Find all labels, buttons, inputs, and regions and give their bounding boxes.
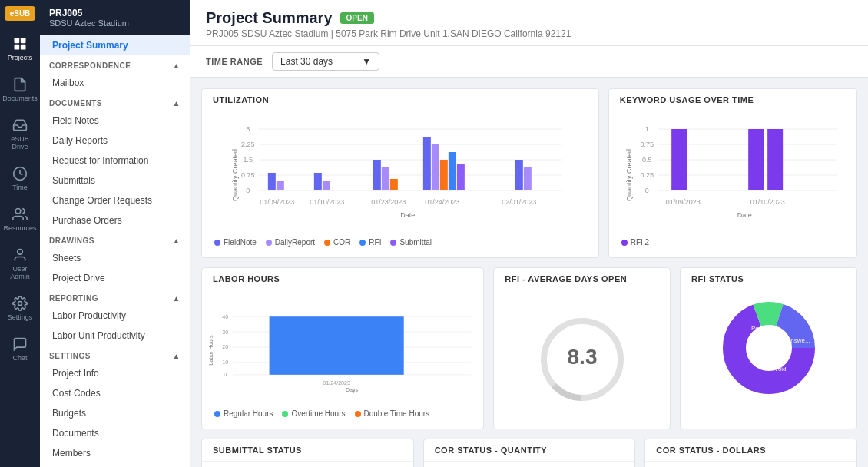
nav-project-summary[interactable]: Project Summary <box>40 35 190 55</box>
svg-rect-1 <box>21 38 26 44</box>
svg-text:10: 10 <box>222 359 228 366</box>
nav-projects-label: Projects <box>8 54 33 61</box>
svg-text:0: 0 <box>246 187 250 194</box>
keyword-usage-card: KEYWORD USAGE OVER TIME Quantity Created… <box>608 88 857 258</box>
keyword-usage-legend: RFI 2 <box>615 235 850 251</box>
nav-project-drive[interactable]: Project Drive <box>40 268 190 288</box>
nav-settings[interactable]: Settings <box>0 290 40 327</box>
legend-cor: COR <box>324 238 350 247</box>
legend-regular-hours-label: Regular Hours <box>224 409 273 418</box>
svg-text:0: 0 <box>224 372 227 378</box>
nav-sheets[interactable]: Sheets <box>40 248 190 268</box>
nav-field-notes[interactable]: Field Notes <box>40 111 190 131</box>
nav-chat[interactable]: Chat <box>0 330 40 368</box>
svg-text:Pendi...: Pendi... <box>751 325 772 332</box>
time-range-select[interactable]: Last 30 days ▼ <box>272 52 379 71</box>
svg-rect-50 <box>671 129 687 190</box>
nav-project-info[interactable]: Project Info <box>40 363 190 383</box>
project-header: PRJ005 SDSU Aztec Stadium <box>40 0 190 35</box>
section-documents-label: DOCUMENTS <box>49 99 102 108</box>
svg-text:3: 3 <box>246 125 250 133</box>
svg-text:Date: Date <box>400 211 415 219</box>
section-correspondence[interactable]: CORRESPONDENCE ▲ <box>40 55 190 73</box>
section-settings-label: SETTINGS <box>49 352 91 360</box>
svg-text:Quantity Created: Quantity Created <box>625 149 633 201</box>
nav-resources[interactable]: Resources <box>0 200 40 238</box>
section-documents[interactable]: DOCUMENTS ▲ <box>40 93 190 111</box>
section-settings[interactable]: SETTINGS ▲ <box>40 346 190 363</box>
time-range-label: TIME RANGE <box>206 57 263 66</box>
legend-submittal-dot <box>390 240 396 246</box>
labor-hours-title: LABOR HOURS <box>202 268 483 290</box>
svg-text:8.3: 8.3 <box>567 345 597 369</box>
cor-status-qty-title: COR STATUS - QUANTITY <box>424 439 635 462</box>
submittal-status-title: SUBMITTAL STATUS <box>202 439 413 462</box>
svg-text:1: 1 <box>644 125 648 133</box>
page-project-ref: PRJ005 SDSU Aztec Stadium <box>206 28 328 39</box>
utilization-card: UTILIZATION 3 2.25 1.5 0.75 0 Quantity C… <box>201 88 599 258</box>
svg-text:01/23/2023: 01/23/2023 <box>371 198 406 206</box>
legend-cor-label: COR <box>333 238 350 247</box>
legend-fieldnote-dot <box>214 240 220 246</box>
legend-dailyreport: DailyReport <box>266 238 315 247</box>
legend-cor-dot <box>324 240 330 246</box>
nav-documents-settings[interactable]: Documents <box>40 423 190 443</box>
cor-status-qty-card: COR STATUS - QUANTITY Sent Appro... <box>423 439 636 467</box>
nav-purchase-orders[interactable]: Purchase Orders <box>40 210 190 230</box>
rfi-avg-days-circle: 8.3 <box>536 313 628 406</box>
nav-cost-codes[interactable]: Cost Codes <box>40 383 190 403</box>
nav-budgets[interactable]: Budgets <box>40 403 190 423</box>
svg-rect-26 <box>423 137 431 190</box>
svg-text:0.75: 0.75 <box>241 171 255 179</box>
nav-submittals[interactable]: Submittals <box>40 171 190 190</box>
nav-rfi[interactable]: Request for Information <box>40 151 190 171</box>
nav-documents[interactable]: Documents <box>0 71 40 108</box>
svg-rect-29 <box>449 152 456 190</box>
rfi-status-donut: Pendi... Void Answe... <box>681 290 856 406</box>
legend-rfi2: RFI 2 <box>621 238 649 247</box>
svg-text:01/10/2023: 01/10/2023 <box>750 198 784 206</box>
svg-rect-24 <box>382 167 389 190</box>
nav-change-order-requests[interactable]: Change Order Requests <box>40 190 190 210</box>
project-name: SDSU Aztec Stadium <box>49 18 181 28</box>
nav-user-admin-label: User Admin <box>3 265 37 280</box>
legend-double-time-hours: Double Time Hours <box>355 409 430 418</box>
svg-point-5 <box>15 209 21 214</box>
legend-dailyreport-dot <box>266 240 272 246</box>
svg-text:20: 20 <box>222 344 228 350</box>
legend-rfi2-label: RFI 2 <box>631 238 649 247</box>
svg-rect-2 <box>15 45 20 50</box>
labor-hours-legend: Regular Hours Overtime Hours Double Time… <box>208 406 477 422</box>
nav-daily-reports[interactable]: Daily Reports <box>40 131 190 151</box>
legend-overtime-hours-dot <box>282 411 288 417</box>
svg-text:0.5: 0.5 <box>642 156 652 164</box>
nav-labor-productivity[interactable]: Labor Productivity <box>40 306 190 326</box>
nav-user-admin[interactable]: User Admin <box>0 241 40 286</box>
section-drawings[interactable]: DRAWINGS ▲ <box>40 230 190 248</box>
svg-rect-52 <box>767 129 783 190</box>
svg-rect-3 <box>21 45 26 50</box>
main-content: Project Summary OPEN PRJ005 SDSU Aztec S… <box>190 0 868 467</box>
svg-rect-30 <box>457 164 465 190</box>
rfi-avg-days-title: RFI - AVERAGE DAYS OPEN <box>494 268 670 290</box>
legend-fieldnote-label: FieldNote <box>224 238 257 247</box>
section-correspondence-chevron: ▲ <box>173 61 181 70</box>
dropdown-chevron-icon: ▼ <box>362 56 371 67</box>
rfi-status-title: RFI STATUS <box>681 268 856 290</box>
section-reporting[interactable]: REPORTING ▲ <box>40 288 190 306</box>
svg-text:Quantity Created: Quantity Created <box>231 149 239 201</box>
nav-settings-label: Settings <box>8 313 33 321</box>
chart-row-3: SUBMITTAL STATUS Appro... ... COR STATUS… <box>201 439 857 467</box>
nav-labor-unit-productivity[interactable]: Labor Unit Productivity <box>40 326 190 346</box>
svg-rect-25 <box>390 179 398 190</box>
svg-text:2.25: 2.25 <box>241 141 255 148</box>
nav-esub-drive[interactable]: eSUB Drive <box>0 111 40 157</box>
nav-projects[interactable]: Projects <box>0 30 40 68</box>
nav-time[interactable]: Time <box>0 160 40 197</box>
page-header: Project Summary OPEN PRJ005 SDSU Aztec S… <box>190 0 868 46</box>
nav-mailbox[interactable]: Mailbox <box>40 73 190 93</box>
keyword-usage-chart: Quantity Created 1 0.75 0.5 0.25 0 <box>615 118 850 233</box>
rfi-avg-days-card: RFI - AVERAGE DAYS OPEN 8.3 <box>493 267 671 429</box>
section-documents-chevron: ▲ <box>173 99 181 108</box>
nav-members[interactable]: Members <box>40 443 190 463</box>
